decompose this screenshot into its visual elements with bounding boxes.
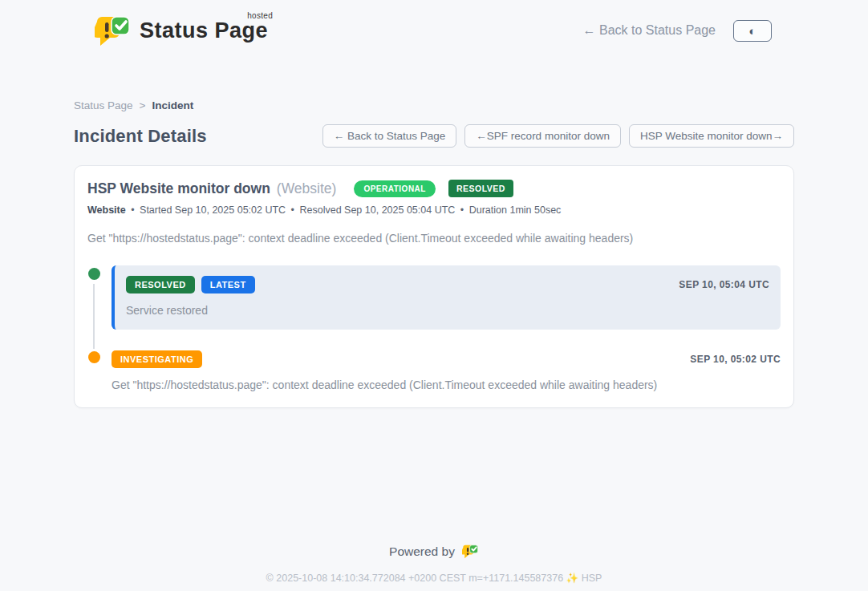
meta-duration: Duration 1min 50sec [469, 204, 562, 216]
timeline-rail [87, 349, 100, 391]
timeline-dot-resolved [88, 268, 100, 280]
meta-started: Started Sep 10, 2025 05:02 UTC [140, 204, 286, 216]
contrast-icon: ◐ [748, 25, 756, 37]
timeline-entry-investigating: INVESTIGATING SEP 10, 05:02 UTC Get "htt… [112, 349, 781, 391]
timeline-badge-latest: LATEST [201, 276, 255, 293]
timeline-connector-line [93, 284, 95, 349]
timeline-message: Service restored [126, 304, 769, 317]
incident-meta: Website • Started Sep 10, 2025 05:02 UTC… [87, 204, 781, 216]
timeline-timestamp: SEP 10, 05:02 UTC [690, 354, 781, 365]
top-header: Status Page hosted ← Back to Status Page… [0, 0, 868, 50]
timeline-dot-investigating [88, 351, 100, 363]
incident-nav-buttons: ← Back to Status Page ←SPF record monito… [322, 124, 794, 148]
meta-resolved: Resolved Sep 10, 2025 05:04 UTC [299, 204, 455, 216]
incident-description: Get "https://hostedstatus.page": context… [87, 232, 781, 245]
timeline-entry: INVESTIGATING SEP 10, 05:02 UTC Get "htt… [87, 349, 781, 391]
timeline-badge-investigating: INVESTIGATING [112, 350, 202, 368]
statuspage-logo: Status Page hosted [95, 12, 271, 49]
timeline-rail [87, 265, 100, 349]
timeline-timestamp: SEP 10, 05:04 UTC [679, 279, 769, 290]
copyright-text: © 2025-10-08 14:10:34.772084 +0200 CEST … [0, 572, 868, 584]
incident-card: HSP Website monitor down (Website) OPERA… [74, 165, 794, 408]
back-to-status-page-button[interactable]: ← Back to Status Page [322, 124, 457, 148]
statuspage-logo-icon-small [462, 543, 479, 560]
timeline-badge-resolved: RESOLVED [126, 276, 195, 293]
theme-toggle-button[interactable]: ◐ [733, 20, 772, 42]
resolved-badge: RESOLVED [448, 180, 513, 197]
incident-scope: (Website) [277, 180, 337, 197]
breadcrumb-separator: > [140, 99, 146, 111]
statuspage-logo-icon [95, 12, 132, 49]
meta-service: Website [87, 204, 126, 216]
breadcrumb-current: Incident [152, 99, 193, 111]
main-content: Status Page > Incident Incident Details … [74, 99, 794, 408]
operational-badge: OPERATIONAL [354, 180, 436, 197]
page-footer: Powered by © 2025-10-08 14:10:34.772084 … [0, 543, 868, 584]
powered-by: Powered by [0, 543, 868, 560]
timeline-message: Get "https://hostedstatus.page": context… [112, 378, 781, 391]
brand-hosted-label: hosted [247, 11, 273, 20]
breadcrumb: Status Page > Incident [74, 99, 794, 111]
incident-title: HSP Website monitor down [87, 180, 270, 197]
timeline-entry: RESOLVED LATEST SEP 10, 05:04 UTC Servic… [87, 265, 781, 349]
page-title: Incident Details [74, 126, 207, 147]
prev-incident-button[interactable]: ←SPF record monitor down [464, 124, 621, 148]
timeline-entry-latest: RESOLVED LATEST SEP 10, 05:04 UTC Servic… [112, 265, 781, 330]
breadcrumb-root[interactable]: Status Page [74, 99, 133, 111]
powered-by-label: Powered by [389, 544, 455, 559]
next-incident-button[interactable]: HSP Website monitor down→ [629, 124, 794, 148]
incident-timeline: RESOLVED LATEST SEP 10, 05:04 UTC Servic… [87, 265, 781, 391]
back-to-status-page-link[interactable]: ← Back to Status Page [583, 23, 716, 38]
brand-name: Status Page hosted [140, 18, 271, 43]
